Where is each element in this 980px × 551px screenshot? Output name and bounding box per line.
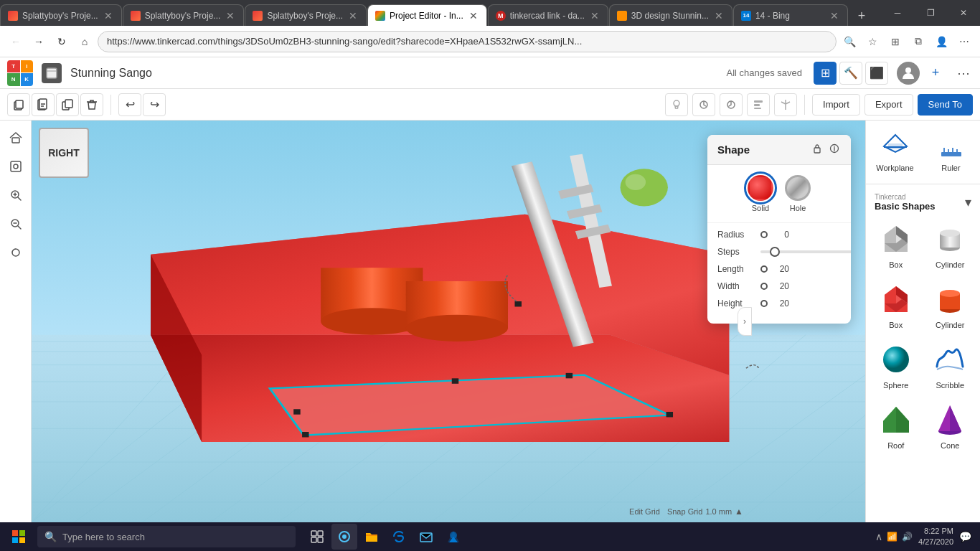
- home-view-button[interactable]: [4, 126, 27, 149]
- shape-item-box-red[interactable]: Box: [872, 278, 920, 332]
- zoom-out-button[interactable]: [4, 212, 27, 235]
- refresh-button[interactable]: ↻: [52, 32, 72, 52]
- shape-item-cylinder-gray[interactable]: Cylinder: [926, 217, 975, 272]
- tab-close-1[interactable]: ✕: [103, 9, 114, 23]
- search-box[interactable]: 🔍 Type here to search: [37, 526, 296, 547]
- panel-info-button[interactable]: [828, 142, 841, 157]
- copy-button[interactable]: [7, 93, 30, 116]
- hammer-view-button[interactable]: 🔨: [839, 62, 862, 85]
- tab-4[interactable]: Project Editor - In... ✕: [367, 4, 487, 26]
- tab-close-6[interactable]: ✕: [713, 9, 725, 23]
- grid-view-button[interactable]: ⊞: [814, 62, 837, 85]
- new-tab-button[interactable]: +: [852, 6, 872, 26]
- delete-button[interactable]: [80, 93, 103, 116]
- ruler-button[interactable]: Ruler: [926, 128, 976, 176]
- redo-button[interactable]: ↪: [143, 93, 166, 116]
- project-name: Stunning Sango: [70, 67, 152, 80]
- edge-button[interactable]: [386, 524, 412, 550]
- mail-button[interactable]: [413, 524, 439, 550]
- undo-button[interactable]: ↩: [118, 93, 141, 116]
- address-input[interactable]: [98, 31, 837, 52]
- workplane-button[interactable]: Workplane: [870, 128, 920, 176]
- tab-favicon-2: [131, 11, 141, 21]
- photos-button[interactable]: [440, 524, 466, 550]
- search-placeholder: Type here to search: [62, 532, 145, 542]
- radius-dot[interactable]: [760, 231, 768, 238]
- tab-6[interactable]: 3D design Stunnin... ✕: [609, 4, 732, 26]
- shapes-dropdown-button[interactable]: ▾: [965, 194, 971, 210]
- maximize-button[interactable]: ❐: [914, 0, 947, 26]
- fit-view-button[interactable]: [4, 155, 27, 178]
- cortana-button[interactable]: [331, 524, 357, 550]
- bookmark-button[interactable]: ⊞: [885, 32, 905, 52]
- tab-7[interactable]: 14 14 - Bing ✕: [733, 4, 848, 26]
- edit-grid-button[interactable]: Edit Grid: [629, 507, 660, 516]
- shape-item-sphere[interactable]: Sphere: [872, 338, 920, 392]
- tab-3[interactable]: Splattyboy's Proje... ✕: [245, 4, 367, 26]
- width-dot[interactable]: [760, 283, 768, 290]
- tray-icon-1[interactable]: ∧: [875, 531, 882, 542]
- cylinder-gray-image: [931, 220, 969, 258]
- tab-close-4[interactable]: ✕: [468, 9, 479, 23]
- redo-view-button[interactable]: [720, 93, 743, 116]
- paste-button[interactable]: [32, 93, 55, 116]
- import-button[interactable]: Import: [812, 94, 860, 116]
- solid-shape-option[interactable]: Solid: [748, 175, 773, 212]
- 3d-viewport[interactable]: RIGHT Shape: [32, 121, 865, 522]
- extensions-button[interactable]: ⧉: [908, 32, 928, 52]
- light-bulb-button[interactable]: [665, 93, 688, 116]
- expand-panel-button[interactable]: ›: [738, 307, 752, 336]
- align-button[interactable]: [747, 93, 770, 116]
- perspective-button[interactable]: [4, 241, 27, 264]
- tab-close-2[interactable]: ✕: [225, 9, 236, 23]
- tab-close-3[interactable]: ✕: [347, 9, 359, 23]
- more-options-button[interactable]: ⋯: [954, 32, 974, 52]
- clock-display[interactable]: 8:22 PM 4/27/2020: [918, 526, 953, 548]
- steps-slider[interactable]: [760, 250, 851, 253]
- snap-up-button[interactable]: ▲: [735, 507, 743, 517]
- view-cube-face[interactable]: RIGHT: [39, 128, 89, 178]
- taskbar-apps: [304, 524, 466, 550]
- forward-button[interactable]: →: [29, 32, 49, 52]
- view-cube[interactable]: RIGHT: [39, 128, 89, 178]
- home-button[interactable]: ⌂: [75, 32, 95, 52]
- notification-button[interactable]: 💬: [959, 531, 971, 542]
- cube-view-button[interactable]: ⬛: [865, 62, 888, 85]
- zoom-button[interactable]: 🔍: [839, 32, 859, 52]
- task-view-button[interactable]: [304, 524, 330, 550]
- minimize-button[interactable]: ─: [881, 0, 914, 26]
- shape-item-roof[interactable]: Roof: [872, 398, 920, 453]
- hole-shape-option[interactable]: Hole: [785, 175, 811, 212]
- file-explorer-button[interactable]: [359, 524, 385, 550]
- volume-icon[interactable]: 🔊: [902, 532, 913, 542]
- shape-item-cylinder-orange[interactable]: Cylinder: [926, 278, 975, 332]
- taskbar: 🔍 Type here to search ∧ 📶: [0, 522, 980, 551]
- user-avatar[interactable]: [897, 62, 920, 85]
- length-dot[interactable]: [760, 265, 768, 273]
- tab-5[interactable]: M tinkercad link - da... ✕: [488, 4, 608, 26]
- add-user-button[interactable]: +: [925, 63, 946, 83]
- duplicate-button[interactable]: [56, 93, 79, 116]
- height-dot[interactable]: [760, 300, 768, 307]
- start-button[interactable]: [3, 522, 34, 551]
- tab-close-7[interactable]: ✕: [829, 9, 840, 23]
- tab-1[interactable]: Splattyboy's Proje... ✕: [0, 4, 122, 26]
- export-button[interactable]: Export: [864, 94, 913, 116]
- back-button[interactable]: ←: [6, 32, 26, 52]
- star-button[interactable]: ☆: [862, 32, 882, 52]
- zoom-in-button[interactable]: [4, 184, 27, 207]
- tab-close-5[interactable]: ✕: [589, 9, 600, 23]
- network-icon[interactable]: 📶: [887, 532, 897, 542]
- panel-lock-button[interactable]: [811, 142, 824, 157]
- tab-2[interactable]: Splattyboy's Proje... ✕: [123, 4, 245, 26]
- more-options-icon[interactable]: ⋯: [954, 62, 973, 84]
- shape-item-cone[interactable]: Cone: [926, 398, 975, 453]
- close-button[interactable]: ✕: [947, 0, 980, 26]
- shape-item-scribble[interactable]: Scribble: [926, 338, 975, 392]
- undo-view-button[interactable]: [692, 93, 715, 116]
- shape-item-box-gray[interactable]: Box: [872, 217, 920, 272]
- steps-label: Steps: [717, 247, 755, 257]
- mirror-button[interactable]: [774, 93, 797, 116]
- send-to-button[interactable]: Send To: [918, 94, 973, 116]
- person-button[interactable]: 👤: [931, 32, 951, 52]
